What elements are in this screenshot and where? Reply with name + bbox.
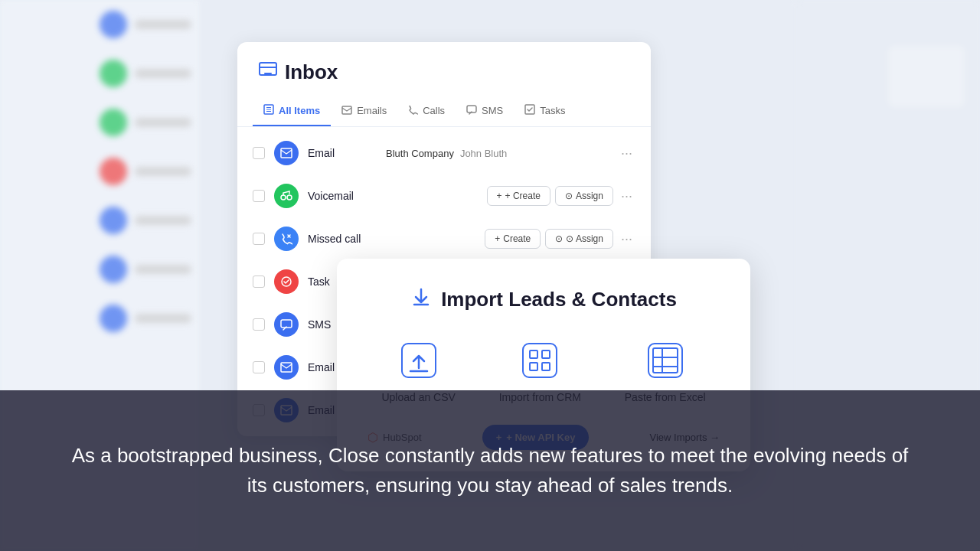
voicemail-more-btn[interactable]: ··· bbox=[618, 188, 635, 204]
missed-call-item-icon bbox=[274, 227, 299, 251]
voicemail-create-label: + Create bbox=[505, 191, 541, 201]
svg-rect-14 bbox=[530, 350, 537, 358]
tab-emails[interactable]: Emails bbox=[331, 97, 397, 126]
create-plus-icon: + bbox=[497, 191, 502, 201]
voicemail-item-label: Voicemail bbox=[308, 190, 377, 202]
missed-call-assign-icon: ⊙ bbox=[555, 233, 563, 244]
svg-point-6 bbox=[281, 195, 286, 200]
bg-sidebar-item bbox=[92, 49, 199, 98]
inbox-header: Inbox bbox=[237, 42, 651, 96]
missed-call-item-actions: + Create ⊙ ⊙ Assign ··· bbox=[485, 229, 635, 249]
email-company: Bluth Company bbox=[386, 148, 454, 159]
email-item-icon bbox=[274, 141, 299, 165]
tab-tasks[interactable]: Tasks bbox=[514, 96, 576, 126]
emails-icon bbox=[341, 105, 352, 117]
calls-icon bbox=[408, 105, 418, 117]
missed-call-create-label: Create bbox=[503, 233, 531, 244]
bg-sidebar-item bbox=[92, 196, 199, 245]
item-checkbox-missed-call[interactable] bbox=[253, 233, 265, 245]
bg-sidebar-item bbox=[92, 0, 199, 49]
missed-call-more-btn[interactable]: ··· bbox=[618, 231, 635, 247]
item-checkbox-email[interactable] bbox=[253, 147, 265, 159]
item-checkbox-email2[interactable] bbox=[253, 361, 265, 373]
import-download-icon bbox=[410, 286, 432, 313]
item-checkbox-sms[interactable] bbox=[253, 318, 265, 331]
tab-all-items-label: All Items bbox=[279, 105, 320, 116]
tab-calls-label: Calls bbox=[423, 105, 445, 116]
paste-excel-icon bbox=[642, 337, 688, 383]
import-modal-header: Import Leads & Contacts bbox=[368, 286, 720, 313]
missed-call-assign-btn[interactable]: ⊙ ⊙ Assign bbox=[545, 229, 613, 249]
svg-rect-19 bbox=[653, 348, 678, 373]
voicemail-item-actions: + + Create ⊙ Assign ··· bbox=[487, 186, 635, 206]
email-item-meta: Bluth Company John Bluth bbox=[386, 148, 609, 159]
assign-icon: ⊙ bbox=[565, 191, 573, 201]
tab-tasks-label: Tasks bbox=[540, 105, 565, 116]
email-more-btn[interactable]: ··· bbox=[618, 145, 635, 161]
tasks-icon bbox=[524, 104, 535, 117]
bg-sidebar-item bbox=[92, 294, 199, 343]
email2-item-icon bbox=[274, 355, 299, 380]
inbox-item-voicemail: Voicemail + + Create ⊙ Assign ··· bbox=[237, 174, 651, 217]
upload-csv-icon bbox=[396, 337, 442, 383]
inbox-item-missed-call: Missed call + Create ⊙ ⊙ Assign ··· bbox=[237, 217, 651, 260]
tab-all-items[interactable]: All Items bbox=[253, 96, 331, 126]
background-right-card bbox=[888, 46, 965, 107]
svg-point-7 bbox=[287, 195, 292, 200]
svg-rect-5 bbox=[281, 148, 292, 158]
sms-item-icon bbox=[274, 312, 299, 337]
svg-rect-15 bbox=[542, 350, 550, 358]
tab-calls[interactable]: Calls bbox=[397, 97, 456, 126]
bg-sidebar-item bbox=[92, 98, 199, 147]
email-item-label: Email bbox=[308, 147, 377, 159]
missed-call-create-plus: + bbox=[495, 233, 500, 244]
task-item-icon bbox=[274, 269, 299, 294]
missed-call-create-btn[interactable]: + Create bbox=[485, 229, 541, 249]
all-items-icon bbox=[263, 104, 274, 117]
bg-sidebar-item bbox=[92, 147, 199, 196]
email-item-actions: ··· bbox=[618, 145, 635, 161]
email-person: John Bluth bbox=[460, 148, 507, 159]
voicemail-create-btn[interactable]: + + Create bbox=[487, 186, 550, 206]
missed-call-assign-label: ⊙ Assign bbox=[566, 233, 603, 244]
svg-rect-13 bbox=[523, 344, 557, 377]
inbox-icon bbox=[259, 62, 277, 83]
voicemail-assign-label: Assign bbox=[576, 191, 603, 201]
inbox-item-email: Email Bluth Company John Bluth ··· bbox=[237, 132, 651, 174]
bottom-overlay: As a bootstrapped business, Close consta… bbox=[0, 390, 980, 551]
import-crm-icon bbox=[517, 337, 563, 383]
tab-sms[interactable]: SMS bbox=[456, 97, 514, 126]
inbox-title: Inbox bbox=[285, 60, 338, 84]
svg-rect-10 bbox=[281, 363, 292, 372]
item-checkbox-task[interactable] bbox=[253, 276, 265, 288]
voicemail-assign-btn[interactable]: ⊙ Assign bbox=[555, 186, 613, 206]
svg-rect-16 bbox=[530, 363, 537, 370]
sms-icon bbox=[466, 105, 477, 117]
missed-call-item-label: Missed call bbox=[308, 233, 377, 245]
svg-rect-2 bbox=[342, 106, 351, 114]
voicemail-item-icon bbox=[274, 184, 299, 208]
inbox-tabs: All Items Emails Calls bbox=[237, 96, 651, 127]
overlay-text: As a bootstrapped business, Close consta… bbox=[61, 441, 919, 500]
tab-sms-label: SMS bbox=[482, 105, 503, 116]
svg-rect-17 bbox=[542, 363, 550, 370]
import-modal-title: Import Leads & Contacts bbox=[441, 288, 677, 311]
bg-sidebar-item bbox=[92, 245, 199, 294]
tab-emails-label: Emails bbox=[357, 105, 387, 116]
item-checkbox-voicemail[interactable] bbox=[253, 190, 265, 202]
